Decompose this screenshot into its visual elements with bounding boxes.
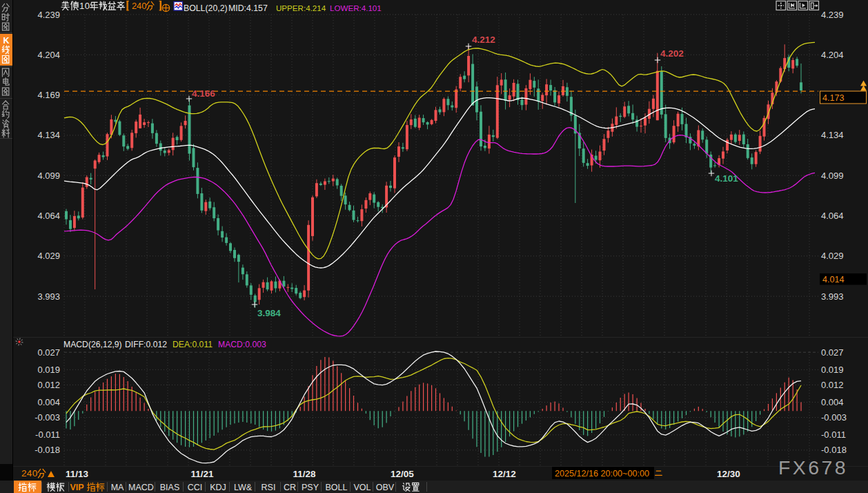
svg-text:4.099: 4.099	[37, 171, 60, 181]
svg-text:12/12: 12/12	[493, 469, 516, 479]
svg-text:3.993: 3.993	[821, 291, 844, 302]
svg-text:OBV: OBV	[376, 483, 395, 492]
svg-text:12/05: 12/05	[391, 469, 414, 479]
svg-text:MID:4.157: MID:4.157	[228, 3, 268, 13]
svg-text:4.064: 4.064	[37, 211, 60, 221]
svg-text:11/21: 11/21	[190, 469, 214, 479]
svg-text:KDJ: KDJ	[210, 483, 226, 492]
svg-text:-0.003: -0.003	[34, 412, 60, 423]
svg-text:VIP: VIP	[70, 483, 84, 492]
svg-text:4.029: 4.029	[821, 251, 844, 261]
svg-text:4.166: 4.166	[192, 88, 215, 99]
svg-text:4.134: 4.134	[37, 130, 60, 140]
svg-text:RSI: RSI	[262, 483, 276, 492]
svg-text:-0.003: -0.003	[821, 412, 847, 423]
svg-text:0.012: 0.012	[37, 380, 60, 390]
svg-text:1: 1	[79, 1, 84, 11]
svg-text:PSY: PSY	[302, 483, 319, 492]
svg-text:-0.018: -0.018	[821, 445, 847, 455]
svg-text:FX678: FX678	[778, 456, 848, 478]
svg-text:DIFF:0.012: DIFF:0.012	[125, 340, 167, 349]
svg-text:BOLL(20,2): BOLL(20,2)	[184, 3, 228, 13]
svg-text:4.101: 4.101	[715, 173, 738, 184]
svg-text:MACD:0.003: MACD:0.003	[218, 340, 266, 349]
svg-text:MACD: MACD	[128, 483, 154, 492]
svg-text:CCI: CCI	[188, 483, 203, 492]
svg-text:0.027: 0.027	[37, 347, 60, 358]
svg-text:VOL: VOL	[353, 483, 371, 492]
svg-text:0: 0	[85, 1, 90, 11]
svg-text:K: K	[3, 36, 9, 46]
svg-text:0.012: 0.012	[821, 380, 844, 390]
svg-text:-0.011: -0.011	[821, 429, 846, 440]
svg-text:4.239: 4.239	[821, 10, 844, 20]
svg-text:4.204: 4.204	[37, 50, 60, 60]
svg-text:MA: MA	[111, 483, 124, 492]
svg-text:CR: CR	[284, 483, 296, 492]
svg-text:0: 0	[32, 468, 38, 478]
svg-text:3.984: 3.984	[257, 308, 281, 318]
svg-text:DEA:0.011: DEA:0.011	[172, 340, 213, 349]
svg-text:0.004: 0.004	[821, 397, 844, 407]
svg-text:11/13: 11/13	[66, 469, 89, 479]
svg-text:4: 4	[27, 468, 32, 478]
svg-text:0.019: 0.019	[37, 365, 60, 375]
svg-text:4.173: 4.173	[822, 93, 845, 103]
svg-text:4.202: 4.202	[660, 48, 684, 59]
svg-text:4.029: 4.029	[37, 251, 60, 261]
svg-text:12/30: 12/30	[717, 469, 740, 479]
svg-text:LW&: LW&	[234, 483, 253, 492]
svg-text:BOLL: BOLL	[326, 483, 348, 492]
svg-text:3.993: 3.993	[37, 291, 60, 302]
svg-text:BIAS: BIAS	[160, 483, 180, 492]
svg-text:4.212: 4.212	[472, 35, 495, 45]
svg-text:4.099: 4.099	[821, 171, 844, 181]
svg-text:2025/12/16 20:00~00:00: 2025/12/16 20:00~00:00	[555, 469, 649, 478]
svg-text:0.004: 0.004	[37, 397, 60, 407]
svg-text:-0.011: -0.011	[35, 429, 60, 440]
svg-text:4.239: 4.239	[37, 10, 60, 20]
svg-text:-0.018: -0.018	[34, 445, 60, 455]
svg-text:UPPER:4.214: UPPER:4.214	[276, 3, 326, 12]
svg-text:11/28: 11/28	[293, 469, 316, 479]
svg-text:4.134: 4.134	[821, 130, 844, 140]
svg-text:4.064: 4.064	[821, 211, 844, 221]
svg-text:4.169: 4.169	[37, 90, 60, 100]
svg-text:0.019: 0.019	[821, 365, 844, 375]
svg-text:MACD(26,12,9): MACD(26,12,9)	[63, 340, 122, 349]
svg-text:0.027: 0.027	[821, 347, 844, 358]
svg-text:240: 240	[132, 1, 146, 11]
svg-text:2: 2	[21, 468, 27, 478]
svg-text:4.014: 4.014	[822, 275, 845, 284]
svg-text:LOWER:4.101: LOWER:4.101	[330, 3, 382, 12]
svg-text:4.204: 4.204	[821, 50, 844, 60]
